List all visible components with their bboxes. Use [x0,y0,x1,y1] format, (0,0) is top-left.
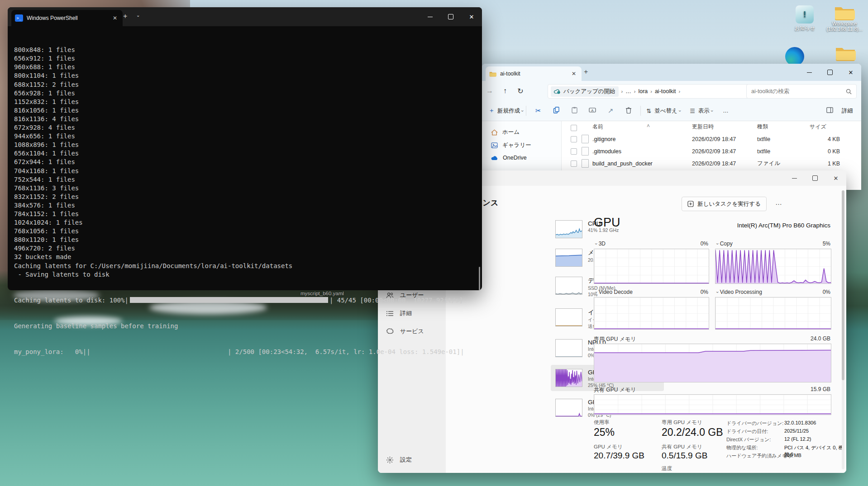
row-checkbox[interactable] [571,148,577,155]
close-tab-icon[interactable]: ✕ [111,15,119,21]
chart-header-video-decode[interactable]: › Video Decode [594,289,633,295]
view-icon: ☰ [690,108,695,114]
new-button[interactable]: 新規作成 [497,107,520,115]
terminal-line: 672x928: 4 files [14,123,482,132]
terminal-line: 1088x896: 1 files [14,141,482,149]
driver-date-value: 2025/11/25 [784,428,809,434]
breadcrumb-separator: › [620,89,625,94]
file-icon [582,159,589,168]
chart-header-3d[interactable]: › 3D [594,241,606,247]
terminal-line: 496x720: 2 files [14,244,482,253]
taskmgr-performance-page: パフォーマンス 新しいタスクを実行する … CPU 41% 1.92 GHz メ… [446,186,846,473]
sort-ascending-icon: ˄ [647,123,650,129]
close-tab-icon[interactable]: ✕ [570,71,578,77]
terminal-line: 832x1152: 2 files [14,193,482,201]
minimize-button[interactable] [420,7,440,26]
nav-item-settings[interactable]: 設定 [382,453,445,467]
chart-header-copy[interactable]: › Copy [715,241,733,247]
close-button[interactable]: ✕ [461,7,482,26]
explorer-tab[interactable]: ai-toolkit ✕ [486,66,582,81]
table-row[interactable]: .gitmodules 2026/02/09 18:47 txtfile 0 K… [562,145,858,157]
rename-icon[interactable]: A [583,107,601,115]
terminal-line: 752x544: 1 files [14,175,482,184]
app-icon: ! [796,5,814,24]
minimize-button[interactable] [799,64,820,81]
terminal-line: 768x1136: 3 files [14,184,482,193]
sidebar-item-onedrive[interactable]: OneDrive [482,152,561,164]
file-icon [582,147,589,156]
directx-version-label: DirectX バージョン: [726,436,771,443]
desktop-icon-app[interactable]: ! お知らせ [784,5,825,32]
terminal-output[interactable]: 800x848: 1 files656x912: 1 files960x688:… [8,26,482,374]
minimize-button[interactable] [784,170,805,186]
maximize-button[interactable] [440,7,461,26]
copy-icon[interactable] [547,107,565,115]
column-header-name[interactable]: 名前 [592,123,603,131]
column-header-size[interactable]: サイズ [810,123,826,131]
desktop-icon-workspace-folder[interactable]: Workspace (192.168.11.8)... [824,5,865,32]
shmem-label: 共有 GPU メモリ [662,444,702,450]
delete-icon[interactable] [620,107,638,115]
gear-icon [386,456,394,464]
terminal-line: 704x1168: 1 files [14,167,482,175]
breadcrumb-segment[interactable]: ai-toolkit [655,88,676,94]
close-button[interactable]: ✕ [840,64,861,81]
row-checkbox[interactable] [571,136,577,142]
toolbar-divider [640,106,641,116]
terminal-tab[interactable]: >_ Windows PowerShell ✕ [11,10,123,26]
paste-icon[interactable] [565,107,583,115]
onedrive-sync-icon: ↑ [554,89,561,94]
table-row[interactable]: .gitignore 2026/02/09 18:47 txtfile 4 KB [562,133,858,145]
search-input[interactable]: ai-toolkitの検索 [746,84,857,99]
more-options-button[interactable]: … [775,198,783,206]
share-icon[interactable]: ↗ [601,107,620,115]
sidebar-item-gallery[interactable]: ギャラリー [482,139,561,152]
folder-icon [834,5,855,21]
view-button[interactable]: 表示 [698,107,710,115]
forward-icon[interactable]: → [482,87,497,95]
breadcrumb[interactable]: ↑ バックアップの開始 › … › lora › ai-toolkit › [548,84,780,99]
dedicated-memory-label: 専用 GPU メモリ [594,335,636,343]
memory-graph-thumbnail [555,249,582,267]
details-pane-button[interactable]: 詳細 [842,107,853,115]
close-button[interactable]: ✕ [825,170,846,186]
shared-gpu-memory-chart [594,394,831,415]
table-row[interactable]: build_and_push_docker 2026/02/09 18:47 フ… [562,157,858,170]
select-all-checkbox[interactable] [571,125,577,131]
breadcrumb-separator: › [632,89,638,94]
tab-dropdown-icon[interactable]: ⌄ [136,13,140,18]
terminal-tab-title: Windows PowerShell [27,15,107,21]
folder-icon [835,45,856,61]
chart-header-video-processing[interactable]: › Video Processing [715,289,762,295]
scrollbar[interactable] [842,190,844,469]
more-options-button[interactable]: … [723,108,730,114]
terminal-line: 688x1152: 2 files [14,80,482,89]
terminal-line: 1152x832: 1 files [14,98,482,106]
row-checkbox[interactable] [571,160,577,167]
terminal-scrollbar-thumb[interactable] [479,267,480,290]
run-new-task-button[interactable]: 新しいタスクを実行する [682,197,767,211]
svg-text:A: A [591,109,594,113]
shmem-value: 0.5/15.9 GB [662,451,707,461]
refresh-icon[interactable]: ↻ [513,87,528,95]
column-header-date[interactable]: 更新日時 [692,123,714,131]
ethernet-graph-thumbnail [555,308,582,326]
maximize-button[interactable] [805,170,825,186]
scrollbar-thumb[interactable] [842,190,844,380]
new-tab-button[interactable]: ＋ [122,12,129,20]
explorer-tab-title: ai-toolkit [500,71,566,77]
column-header-type[interactable]: 種類 [757,123,768,131]
desktop-icon-folder[interactable] [825,45,866,61]
gpu1-graph-thumbnail [555,399,582,417]
sidebar-item-home[interactable]: ホーム [482,126,561,139]
breadcrumb-ellipsis[interactable]: … [625,88,631,94]
terminal-line: 656x928: 1 files [14,89,482,98]
breadcrumb-root[interactable]: ↑ バックアップの開始 [551,86,619,97]
breadcrumb-segment[interactable]: lora [638,88,648,94]
sort-button[interactable]: 並べ替え [654,107,677,115]
maximize-button[interactable] [820,64,840,81]
cut-icon[interactable]: ✂ [529,107,547,115]
new-tab-button[interactable]: ＋ [582,67,589,76]
up-icon[interactable]: ↑ [497,87,513,95]
terminal-line: Caching latents for C:/Users/momijiina/D… [14,262,482,270]
